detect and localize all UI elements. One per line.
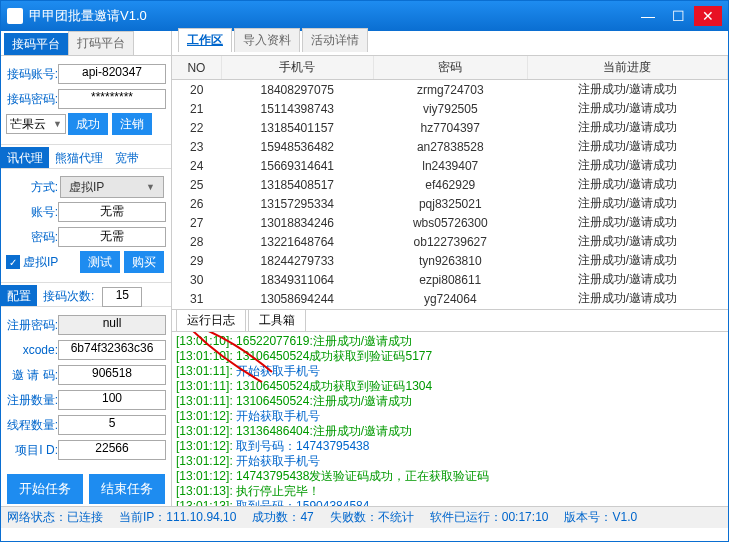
table-header[interactable]: 手机号 — [221, 56, 373, 80]
proxy-user-label: 账号: — [6, 204, 58, 221]
proxy-mode-select[interactable]: 虚拟IP▼ — [60, 176, 164, 198]
account-user-label: 接码账号: — [6, 66, 58, 83]
status-ver: 版本号：V1.0 — [564, 509, 637, 526]
proxy-mode-label: 方式: — [6, 179, 58, 196]
status-fail: 失败数：不统计 — [330, 509, 414, 526]
virtual-ip-label: 虚拟IP — [23, 254, 58, 271]
logout-button[interactable]: 注销 — [112, 113, 152, 135]
table-row[interactable]: 2918244279733tyn9263810注册成功/邀请成功 — [172, 251, 728, 270]
status-net: 网络状态：已连接 — [7, 509, 103, 526]
table-row[interactable]: 2613157295334pqj8325021注册成功/邀请成功 — [172, 194, 728, 213]
table-row[interactable]: 2315948536482an27838528注册成功/邀请成功 — [172, 137, 728, 156]
xcode-label: xcode: — [6, 343, 58, 357]
log-line: [13:01:12]: 13136486404:注册成功/邀请成功 — [176, 424, 724, 439]
invite-label: 邀 请 码: — [6, 367, 58, 384]
buy-button[interactable]: 购买 — [124, 251, 164, 273]
log-tab-tools[interactable]: 工具箱 — [248, 309, 306, 331]
start-task-button[interactable]: 开始任务 — [7, 474, 83, 504]
account-user-input[interactable]: api-820347 — [58, 64, 166, 84]
log-line: [13:01:13]: 执行停止完毕！ — [176, 484, 724, 499]
log-line: [13:01:12]: 开始获取手机号 — [176, 454, 724, 469]
account-pass-label: 接码密码: — [6, 91, 58, 108]
table-header[interactable]: 密码 — [373, 56, 527, 80]
log-line: [13:01:11]: 开始获取手机号 — [176, 364, 724, 379]
account-pass-input[interactable]: ********* — [58, 89, 166, 109]
count-label: 接码次数: — [37, 285, 100, 306]
window-title: 甲甲团批量邀请V1.0 — [29, 7, 634, 25]
log-line: [13:01:11]: 13106450524:注册成功/邀请成功 — [176, 394, 724, 409]
tab-import[interactable]: 导入资料 — [234, 28, 300, 52]
left-tab-dama[interactable]: 打码平台 — [68, 31, 134, 55]
app-icon — [7, 8, 23, 24]
table-row[interactable]: 3018349311064ezpi808611注册成功/邀请成功 — [172, 270, 728, 289]
end-task-button[interactable]: 结束任务 — [89, 474, 165, 504]
regnum-input[interactable]: 100 — [58, 390, 166, 410]
proxy-tab-broadband[interactable]: 宽带 — [109, 147, 145, 168]
log-line: [13:01:10]: 13106450524成功获取到验证码5177 — [176, 349, 724, 364]
titlebar: 甲甲团批量邀请V1.0 — ☐ ✕ — [1, 1, 728, 31]
log-tab-run[interactable]: 运行日志 — [176, 309, 246, 331]
status-ok: 成功数：47 — [252, 509, 313, 526]
config-header: 配置 — [1, 285, 37, 306]
xcode-input[interactable]: 6b74f32363c36 — [58, 340, 166, 360]
tab-workspace[interactable]: 工作区 — [178, 28, 232, 52]
log-line: [13:01:12]: 开始获取手机号 — [176, 409, 724, 424]
log-line: [13:01:12]: 14743795438发送验证码成功，正在获取验证码 — [176, 469, 724, 484]
data-table: NO手机号密码当前进度 2018408297075zrmg724703注册成功/… — [172, 56, 728, 310]
proxy-pass-label: 密码: — [6, 229, 58, 246]
proxy-tab-xun[interactable]: 讯代理 — [1, 147, 49, 168]
thread-input[interactable]: 5 — [58, 415, 166, 435]
log-line: [13:01:12]: 取到号码：14743795438 — [176, 439, 724, 454]
table-header[interactable]: NO — [172, 56, 221, 80]
count-input[interactable]: 15 — [102, 287, 142, 307]
proxy-user-input[interactable]: 无需 — [58, 202, 166, 222]
virtual-ip-checkbox[interactable]: ✓ — [6, 255, 20, 269]
provider-select[interactable]: 芒果云▼ — [6, 114, 66, 134]
login-button[interactable]: 成功 — [68, 113, 108, 135]
chevron-down-icon: ▼ — [53, 119, 62, 129]
table-row[interactable]: 2415669314641ln2439407注册成功/邀请成功 — [172, 156, 728, 175]
invite-input[interactable]: 906518 — [58, 365, 166, 385]
log-line: [13:01:10]: 16522077619:注册成功/邀请成功 — [176, 334, 724, 349]
close-button[interactable]: ✕ — [694, 6, 722, 26]
log-output[interactable]: [13:01:10]: 16522077619:注册成功/邀请成功[13:01:… — [172, 332, 728, 506]
table-row[interactable]: 3113058694244yg724064注册成功/邀请成功 — [172, 289, 728, 308]
table-row[interactable]: 2813221648764ob122739627注册成功/邀请成功 — [172, 232, 728, 251]
log-line: [13:01:11]: 13106450524成功获取到验证码1304 — [176, 379, 724, 394]
table-row[interactable]: 2115114398743viy792505注册成功/邀请成功 — [172, 99, 728, 118]
regpass-input[interactable]: null — [58, 315, 166, 335]
regpass-label: 注册密码: — [6, 317, 58, 334]
table-row[interactable]: 2513185408517ef462929注册成功/邀请成功 — [172, 175, 728, 194]
proxy-tab-panda[interactable]: 熊猫代理 — [49, 147, 109, 168]
table-row[interactable]: 2713018834246wbs05726300注册成功/邀请成功 — [172, 213, 728, 232]
table-row[interactable]: 2213185401157hz7704397注册成功/邀请成功 — [172, 118, 728, 137]
status-time: 软件已运行：00:17:10 — [430, 509, 549, 526]
table-row[interactable]: 2018408297075zrmg724703注册成功/邀请成功 — [172, 80, 728, 100]
table-header[interactable]: 当前进度 — [527, 56, 727, 80]
minimize-button[interactable]: — — [634, 6, 662, 26]
project-input[interactable]: 22566 — [58, 440, 166, 460]
maximize-button[interactable]: ☐ — [664, 6, 692, 26]
proxy-pass-input[interactable]: 无需 — [58, 227, 166, 247]
status-ip: 当前IP：111.10.94.10 — [119, 509, 236, 526]
project-label: 项目I D: — [6, 442, 58, 459]
tab-activity[interactable]: 活动详情 — [302, 28, 368, 52]
chevron-down-icon: ▼ — [146, 182, 155, 192]
test-button[interactable]: 测试 — [80, 251, 120, 273]
regnum-label: 注册数量: — [6, 392, 58, 409]
log-line: [13:01:13]: 取到号码：15904384584 — [176, 499, 724, 506]
left-tab-jiema[interactable]: 接码平台 — [4, 33, 68, 55]
thread-label: 线程数量: — [6, 417, 58, 434]
